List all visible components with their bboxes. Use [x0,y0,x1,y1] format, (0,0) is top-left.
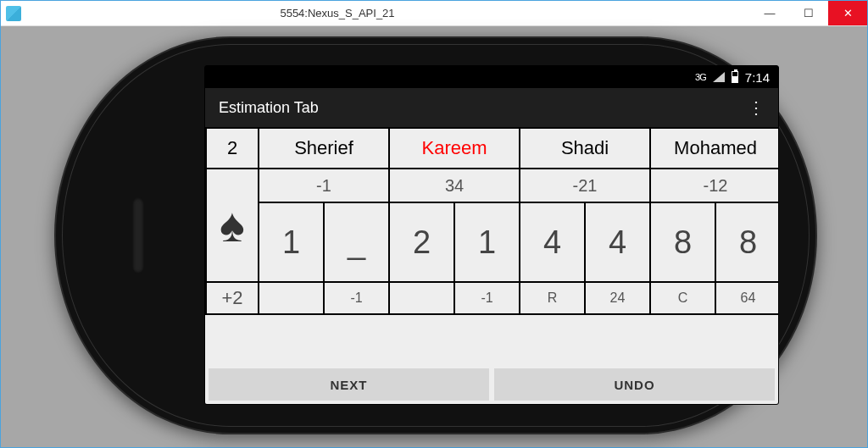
player-name-0[interactable]: Sherief [259,128,389,169]
total-3: -12 [650,169,779,202]
round-number: 2 [206,128,259,169]
foot-0a [259,282,324,314]
bottom-button-bar: NEXT UNDO [209,368,775,401]
totals-row: ♠ -1 34 -21 -12 [206,169,779,202]
player-name-1[interactable]: Kareem [389,128,520,169]
bid-0a[interactable]: 1 [259,202,324,282]
window-titlebar[interactable]: 5554:Nexus_S_API_21 — ☐ ✕ [1,1,867,26]
foot-2a: R [520,282,585,314]
phone-frame: 3G 7:14 Estimation Tab ⋮ 2 [54,36,817,434]
diff-cell: +2 [206,282,259,314]
foot-3a: C [650,282,715,314]
bid-1a[interactable]: 2 [389,202,454,282]
maximize-button[interactable]: ☐ [789,1,828,25]
foot-1b: -1 [454,282,520,314]
network-label: 3G [695,72,706,82]
total-2: -21 [520,169,650,202]
foot-1a [389,282,454,314]
bid-3a[interactable]: 8 [650,202,715,282]
bid-2a[interactable]: 4 [520,202,585,282]
foot-2b: 24 [585,282,650,314]
overflow-menu-icon[interactable]: ⋮ [748,106,765,110]
window-app-icon [6,6,21,21]
score-grid: 2 Sherief Kareem Shadi Mohamed ♠ -1 34 -… [205,127,779,315]
window-controls: — ☐ ✕ [750,1,867,25]
app-content: 2 Sherief Kareem Shadi Mohamed ♠ -1 34 -… [205,127,778,404]
player-name-3[interactable]: Mohamed [650,128,779,169]
total-1: 34 [389,169,520,202]
android-statusbar: 3G 7:14 [205,66,778,88]
app-actionbar: Estimation Tab ⋮ [205,88,778,127]
trump-suit-icon: ♠ [206,169,259,282]
close-button[interactable]: ✕ [828,1,867,25]
os-window: 5554:Nexus_S_API_21 — ☐ ✕ [0,0,868,448]
phone-earpiece [132,197,144,274]
bid-2b[interactable]: 4 [585,202,650,282]
signal-icon [713,72,725,82]
total-0: -1 [259,169,389,202]
header-row: 2 Sherief Kareem Shadi Mohamed [206,128,779,169]
next-button[interactable]: NEXT [209,368,489,401]
minimize-button[interactable]: — [750,1,789,25]
foot-3b: 64 [715,282,779,314]
phone-screen: 3G 7:14 Estimation Tab ⋮ 2 [204,65,779,405]
bid-0b[interactable]: _ [324,202,389,282]
bid-1b[interactable]: 1 [454,202,520,282]
clock-label: 7:14 [745,70,770,85]
bid-3b[interactable]: 8 [715,202,779,282]
foot-0b: -1 [324,282,389,314]
window-title: 5554:Nexus_S_API_21 [26,7,750,19]
actionbar-title: Estimation Tab [219,99,748,117]
battery-icon [732,71,738,83]
footer-row: +2 -1 -1 R 24 C 64 [206,282,779,314]
player-name-2[interactable]: Shadi [520,128,650,169]
window-body: 3G 7:14 Estimation Tab ⋮ 2 [2,27,866,446]
undo-button[interactable]: UNDO [494,368,775,401]
bids-row: 1 _ 2 1 4 4 8 8 [206,202,779,282]
